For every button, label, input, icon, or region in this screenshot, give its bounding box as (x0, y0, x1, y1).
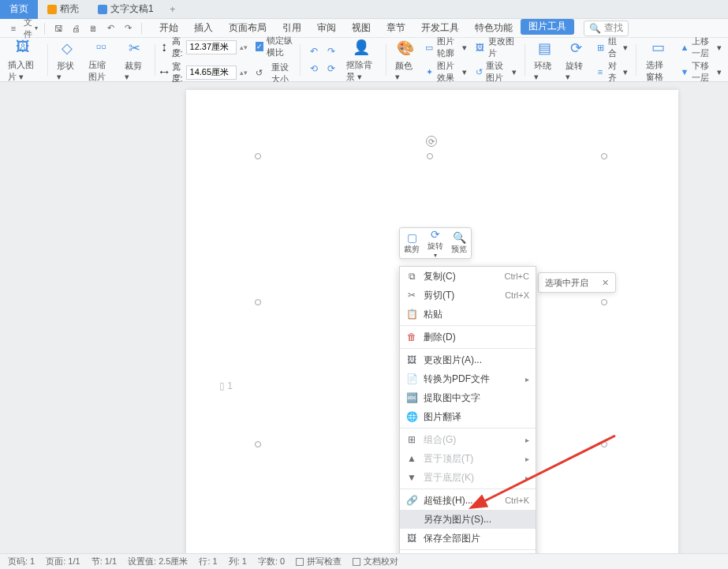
handle-mr[interactable] (601, 299, 607, 305)
ctx-translate[interactable]: 🌐图片翻译 (400, 407, 536, 426)
menu-chapter[interactable]: 章节 (379, 19, 413, 38)
status-pos[interactable]: 设置值: 2.5厘米 (128, 556, 188, 567)
selection-pane-button[interactable]: ▭选择窗格 (641, 37, 675, 83)
ctx-group: ⊞组合(G)▸ (400, 430, 536, 449)
handle-ml[interactable] (255, 299, 261, 305)
status-spell[interactable]: 拼写检查 (296, 556, 342, 567)
lock-ratio-checkbox[interactable]: ✓锁定纵横比 (256, 35, 296, 58)
shapes-button[interactable]: ◇形状 ▾ (52, 38, 82, 82)
wrap-button[interactable]: ▤环绕 ▾ (529, 38, 559, 82)
redo-icon[interactable]: ↷ (121, 21, 135, 36)
ribbon: 🖼插入图片 ▾ ◇形状 ▾ ▫▫压缩图片 ✂裁剪 ▾ ⭥高度:▴▾ ⭤宽度:▴▾… (0, 38, 728, 82)
close-icon[interactable]: ✕ (602, 278, 609, 288)
align-button[interactable]: ≡对齐 ▾ (595, 60, 628, 84)
menu-dev[interactable]: 开发工具 (413, 19, 467, 38)
ctx-to-pdf[interactable]: 📄转换为PDF文件▸ (400, 369, 536, 388)
tab-document[interactable]: 文字文稿1 (88, 0, 163, 19)
ctx-bring-front: ▲置于顶层(T)▸ (400, 449, 536, 468)
crop-icon: ✂ (125, 38, 145, 58)
undo-icon[interactable]: ↶ (103, 21, 118, 36)
ctx-save-as-pic[interactable]: 另存为图片(S)... (400, 510, 536, 529)
status-chars[interactable]: 字数: 0 (258, 556, 285, 567)
print-preview-icon[interactable]: 🗎 (86, 21, 100, 36)
status-proof[interactable]: 文档校对 (353, 556, 398, 567)
reset-size-button[interactable]: ↺ 重设大小 (256, 62, 296, 85)
insert-picture-button[interactable]: 🖼插入图片 ▾ (3, 37, 43, 83)
handle-br[interactable] (601, 441, 607, 447)
status-page-of[interactable]: 页面: 1/1 (46, 556, 80, 567)
status-section[interactable]: 节: 1/1 (91, 556, 117, 567)
print-icon[interactable]: 🖨 (69, 21, 83, 36)
menu-picture-tools[interactable]: 图片工具 (521, 19, 574, 35)
rotate-left-icon[interactable]: ⟲ (305, 60, 323, 77)
z-order-group: ▲上移一层 ▾ ▼下移一层 ▾ (677, 36, 725, 84)
doc-icon (98, 5, 107, 14)
search-box[interactable]: 🔍 查找 (584, 21, 629, 36)
mini-crop[interactable]: ▢裁剪 (400, 228, 424, 258)
ctx-paste[interactable]: 📋粘贴 (400, 305, 536, 324)
move-up-button[interactable]: ▲上移一层 ▾ (680, 36, 722, 59)
delete-icon: 🗑 (406, 331, 417, 343)
handle-tr[interactable] (601, 153, 607, 159)
group-button[interactable]: ⊞组合 ▾ (595, 36, 628, 59)
color-icon: 🎨 (395, 38, 416, 58)
menu-special[interactable]: 特色功能 (467, 19, 521, 38)
outline-button[interactable]: ▭图片轮廓 ▾ (425, 36, 467, 59)
rotate-handle[interactable]: ⟳ (426, 136, 437, 147)
change-pic-button[interactable]: 🖼更改图片 (475, 36, 517, 59)
move-up-icon: ▲ (680, 41, 689, 54)
flip-v-icon[interactable]: ↷ (323, 43, 340, 60)
mini-preview[interactable]: 🔍预览 (447, 228, 471, 258)
color-button[interactable]: 🎨颜色 ▾ (390, 38, 420, 82)
tab-docer[interactable]: 稻壳 (38, 0, 88, 19)
effects-icon: ✦ (425, 66, 433, 78)
menu-review[interactable]: 审阅 (309, 19, 344, 38)
search-icon: 🔍 (589, 23, 601, 34)
shapes-icon: ◇ (57, 38, 77, 58)
ctx-change-pic[interactable]: 🖼更改图片(A)... (400, 350, 536, 369)
width-input[interactable] (186, 66, 237, 80)
ctx-cut[interactable]: ✂剪切(T)Ctrl+X (400, 286, 536, 305)
width-stepper[interactable]: ▴▾ (240, 69, 248, 77)
mini-rotate[interactable]: ⟳旋转▾ (424, 228, 447, 258)
tab-add[interactable]: + (163, 4, 182, 15)
hamburger-icon[interactable]: ≡ (6, 21, 21, 36)
group-icon: ⊞ (595, 41, 604, 54)
move-down-button[interactable]: ▼下移一层 ▾ (680, 60, 722, 84)
notification-text: 选项中开启 (545, 277, 588, 289)
rotate-icon: ⟳ (431, 228, 440, 241)
status-col[interactable]: 列: 1 (229, 556, 247, 567)
rotate-right-icon[interactable]: ⟳ (323, 60, 340, 77)
wrap-icon: ▤ (534, 38, 554, 58)
ctx-ocr[interactable]: 🔤提取图中文字 (400, 388, 536, 407)
ctx-save-all-pics[interactable]: 🖼保存全部图片 (400, 529, 536, 548)
save-as-icon (406, 514, 417, 525)
docer-icon (47, 5, 57, 14)
copy-icon: ⧉ (406, 271, 417, 282)
notification-pill: 选项中开启 ✕ (538, 272, 616, 293)
handle-bl[interactable] (255, 441, 261, 447)
effects-button[interactable]: ✦图片效果 ▾ (425, 60, 467, 84)
remove-bg-button[interactable]: 👤抠除背景 ▾ (342, 37, 381, 83)
ctx-hyperlink[interactable]: 🔗超链接(H)...Ctrl+K (400, 491, 536, 510)
crop-button[interactable]: ✂裁剪 ▾ (120, 38, 150, 82)
reset-pic-button[interactable]: ↺重设图片 ▾ (475, 60, 517, 84)
compress-button[interactable]: ▫▫压缩图片 (84, 37, 118, 83)
ctx-copy[interactable]: ⧉复制(C)Ctrl+C (400, 267, 536, 286)
handle-tm[interactable] (427, 153, 433, 159)
page-marker: ▯ 1 (219, 380, 233, 391)
rotate-button[interactable]: ⟳旋转 ▾ (561, 38, 591, 82)
height-input[interactable] (186, 40, 237, 54)
crop-icon: ▢ (407, 231, 417, 244)
handle-tl[interactable] (255, 153, 261, 159)
file-menu[interactable]: 文件▾ (24, 21, 38, 36)
height-stepper[interactable]: ▴▾ (240, 43, 248, 51)
status-row[interactable]: 行: 1 (199, 556, 217, 567)
menu-view[interactable]: 视图 (344, 19, 379, 38)
status-page[interactable]: 页码: 1 (8, 556, 35, 567)
save-icon[interactable]: 🖫 (51, 21, 65, 36)
ctx-delete[interactable]: 🗑删除(D) (400, 328, 536, 346)
size-group: ⭥高度:▴▾ ⭤宽度:▴▾ (160, 36, 248, 84)
compress-icon: ▫▫ (91, 37, 111, 58)
flip-h-icon[interactable]: ↶ (305, 43, 323, 60)
